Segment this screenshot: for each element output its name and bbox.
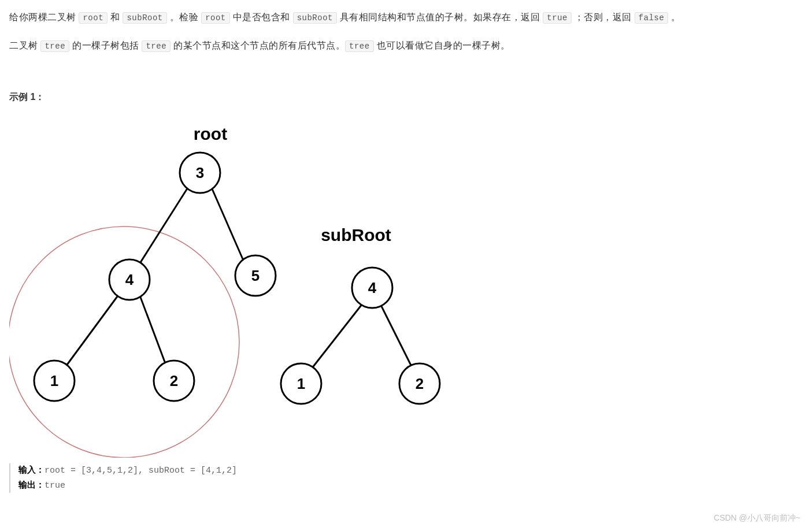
code-subroot: subRoot (293, 12, 337, 24)
code-tree: tree (345, 40, 374, 52)
text: 也可以看做它自身的一棵子树。 (374, 40, 510, 50)
tree-svg: 3 4 5 1 2 root 4 1 2 subRoot (9, 117, 472, 458)
node-text: 2 (416, 375, 424, 392)
input-value: root = [3,4,5,1,2], subRoot = [4,1,2] (45, 466, 237, 476)
example-io-block: 输入：root = [3,4,5,1,2], subRoot = [4,1,2]… (9, 463, 803, 493)
node-text: 5 (251, 267, 259, 284)
edge (139, 294, 168, 371)
node-text: 1 (297, 375, 305, 392)
output-label: 输出： (18, 481, 45, 491)
text: 二叉树 (9, 40, 40, 50)
example-input-line: 输入：root = [3,4,5,1,2], subRoot = [4,1,2] (18, 463, 803, 478)
input-label: 输入： (18, 466, 45, 476)
code-root: root (79, 12, 107, 24)
text: ；否则，返回 (572, 12, 635, 22)
text: 的一棵子树包括 (69, 40, 142, 50)
edge (310, 302, 364, 371)
example-1-title: 示例 1： (9, 89, 803, 106)
example-output-line: 输出：true (18, 478, 803, 493)
code-tree: tree (40, 40, 69, 52)
node-text: 2 (170, 372, 178, 389)
text: 具有相同结构和节点值的子树。如果存在，返回 (337, 12, 543, 22)
code-subroot: subRoot (123, 12, 166, 24)
node-text: 4 (368, 279, 377, 296)
node-text: 1 (50, 372, 58, 389)
text: 给你两棵二叉树 (9, 12, 79, 22)
subroot-label: subRoot (321, 225, 391, 244)
text: 的某个节点和这个节点的所有后代节点。 (170, 40, 345, 50)
text: 和 (107, 12, 123, 22)
code-false: false (635, 12, 669, 24)
text: 。检验 (167, 12, 201, 22)
problem-paragraph-1: 给你两棵二叉树 root 和 subRoot 。检验 root 中是否包含和 s… (9, 9, 803, 26)
text: 中是否包含和 (230, 12, 293, 22)
output-value: true (45, 481, 65, 491)
root-label: root (194, 124, 227, 143)
node-text: 3 (196, 164, 204, 181)
problem-paragraph-2: 二叉树 tree 的一棵子树包括 tree 的某个节点和这个节点的所有后代节点。… (9, 38, 803, 54)
edge (210, 185, 246, 267)
code-tree: tree (142, 40, 170, 52)
code-true: true (543, 12, 572, 24)
tree-diagram: 3 4 5 1 2 root 4 1 2 subRoot (9, 117, 472, 458)
edge (62, 294, 119, 371)
text: 。 (668, 12, 680, 22)
code-root: root (201, 12, 230, 24)
node-text: 4 (125, 271, 134, 288)
edge (379, 302, 414, 371)
edge (138, 185, 190, 267)
